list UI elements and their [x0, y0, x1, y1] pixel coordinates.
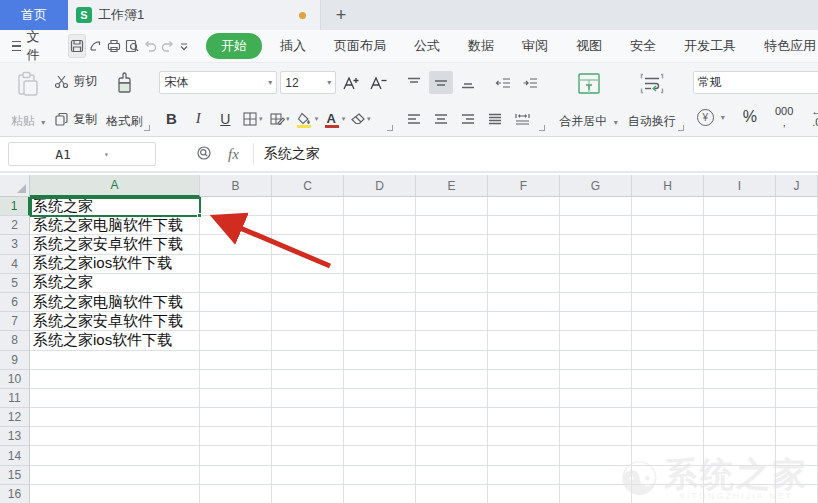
cell-H11[interactable]: [632, 389, 704, 408]
row-header-15[interactable]: 15: [0, 466, 30, 485]
cell-A7[interactable]: 系统之家安卓软件下载: [30, 312, 200, 331]
column-header-C[interactable]: C: [272, 175, 344, 197]
cell-I11[interactable]: [704, 389, 776, 408]
cell-D2[interactable]: [344, 216, 416, 235]
cell-G5[interactable]: [560, 274, 632, 293]
alignment-dialog-launcher[interactable]: [539, 125, 545, 131]
font-name-select[interactable]: 宋体▾: [159, 71, 277, 94]
column-header-G[interactable]: G: [560, 175, 632, 197]
cell-A2[interactable]: 系统之家电脑软件下载: [30, 216, 200, 235]
cell-G6[interactable]: [560, 293, 632, 312]
cell-E14[interactable]: [416, 446, 488, 465]
row-header-4[interactable]: 4: [0, 255, 30, 274]
font-color-button[interactable]: A ▾: [321, 107, 345, 130]
row-header-9[interactable]: 9: [0, 351, 30, 370]
cell-I7[interactable]: [704, 312, 776, 331]
cell-F8[interactable]: [488, 331, 560, 350]
fill-color-button[interactable]: ▾: [294, 107, 318, 130]
justify-button[interactable]: [483, 107, 507, 130]
cell-I14[interactable]: [704, 446, 776, 465]
cell-D15[interactable]: [344, 466, 416, 485]
cell-B1[interactable]: [200, 197, 272, 216]
cell-C1[interactable]: [272, 197, 344, 216]
cell-C13[interactable]: [272, 427, 344, 446]
cell-A6[interactable]: 系统之家电脑软件下载: [30, 293, 200, 312]
cell-H15[interactable]: [632, 466, 704, 485]
cell-B12[interactable]: [200, 408, 272, 427]
increase-font-size-button[interactable]: [339, 71, 363, 94]
cell-G14[interactable]: [560, 446, 632, 465]
cell-E8[interactable]: [416, 331, 488, 350]
cell-D5[interactable]: [344, 274, 416, 293]
cell-E3[interactable]: [416, 235, 488, 254]
row-header-7[interactable]: 7: [0, 312, 30, 331]
cell-E16[interactable]: [416, 485, 488, 503]
cell-J9[interactable]: [776, 351, 818, 370]
distribute-button[interactable]: [510, 107, 534, 130]
cell-F10[interactable]: [488, 370, 560, 389]
decrease-font-size-button[interactable]: [366, 71, 390, 94]
cell-D13[interactable]: [344, 427, 416, 446]
row-header-11[interactable]: 11: [0, 389, 30, 408]
cell-J4[interactable]: [776, 255, 818, 274]
font-size-select[interactable]: 12▾: [280, 71, 336, 94]
row-header-8[interactable]: 8: [0, 331, 30, 350]
cell-A13[interactable]: [30, 427, 200, 446]
cell-H8[interactable]: [632, 331, 704, 350]
cell-I6[interactable]: [704, 293, 776, 312]
merge-center-button[interactable]: 合并居中 ▾: [554, 68, 622, 133]
cell-A14[interactable]: [30, 446, 200, 465]
cell-B6[interactable]: [200, 293, 272, 312]
cell-E4[interactable]: [416, 255, 488, 274]
paste-button[interactable]: 粘贴 ▾: [6, 68, 50, 133]
cell-C14[interactable]: [272, 446, 344, 465]
cell-G16[interactable]: [560, 485, 632, 503]
currency-format-button[interactable]: ¥▾: [693, 107, 729, 128]
cell-J11[interactable]: [776, 389, 818, 408]
new-tab-button[interactable]: +: [321, 0, 361, 30]
cell-G11[interactable]: [560, 389, 632, 408]
format-painter-button[interactable]: 格式刷: [101, 68, 147, 133]
cell-H4[interactable]: [632, 255, 704, 274]
cell-D6[interactable]: [344, 293, 416, 312]
column-header-F[interactable]: F: [488, 175, 560, 197]
cell-B3[interactable]: [200, 235, 272, 254]
tab-view[interactable]: 视图: [562, 33, 616, 59]
cell-H7[interactable]: [632, 312, 704, 331]
cell-H13[interactable]: [632, 427, 704, 446]
cell-C2[interactable]: [272, 216, 344, 235]
tab-page-layout[interactable]: 页面布局: [320, 33, 400, 59]
cell-D11[interactable]: [344, 389, 416, 408]
tab-insert[interactable]: 插入: [266, 33, 320, 59]
cell-J10[interactable]: [776, 370, 818, 389]
cell-C16[interactable]: [272, 485, 344, 503]
cell-B13[interactable]: [200, 427, 272, 446]
cell-G15[interactable]: [560, 466, 632, 485]
decrease-indent-button[interactable]: [491, 71, 515, 94]
column-header-I[interactable]: I: [704, 175, 776, 197]
clipboard-dialog-launcher[interactable]: [144, 125, 150, 131]
row-header-13[interactable]: 13: [0, 427, 30, 446]
cell-G2[interactable]: [560, 216, 632, 235]
align-left-button[interactable]: [402, 107, 426, 130]
cell-G1[interactable]: [560, 197, 632, 216]
cell-I3[interactable]: [704, 235, 776, 254]
cell-G3[interactable]: [560, 235, 632, 254]
cell-J1[interactable]: [776, 197, 818, 216]
cell-F11[interactable]: [488, 389, 560, 408]
insert-function-button[interactable]: fx: [228, 146, 239, 163]
cell-B2[interactable]: [200, 216, 272, 235]
thousands-separator-button[interactable]: 000‚: [771, 104, 797, 130]
cell-E15[interactable]: [416, 466, 488, 485]
tab-data[interactable]: 数据: [454, 33, 508, 59]
cell-A10[interactable]: [30, 370, 200, 389]
print-preview-button[interactable]: [124, 34, 140, 58]
row-header-3[interactable]: 3: [0, 235, 30, 254]
cell-J16[interactable]: [776, 485, 818, 503]
file-menu-button[interactable]: 文件: [10, 28, 52, 64]
cell-I12[interactable]: [704, 408, 776, 427]
cell-E13[interactable]: [416, 427, 488, 446]
print-button[interactable]: [106, 34, 122, 58]
cell-I4[interactable]: [704, 255, 776, 274]
wrap-text-button[interactable]: 自动换行: [623, 68, 681, 133]
